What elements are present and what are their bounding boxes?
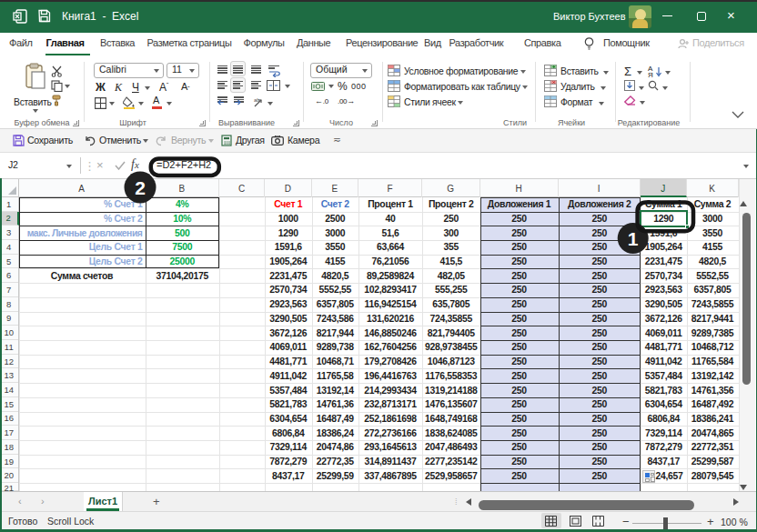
svg-text:2: 2 xyxy=(135,177,146,198)
svg-text:1: 1 xyxy=(628,228,639,249)
